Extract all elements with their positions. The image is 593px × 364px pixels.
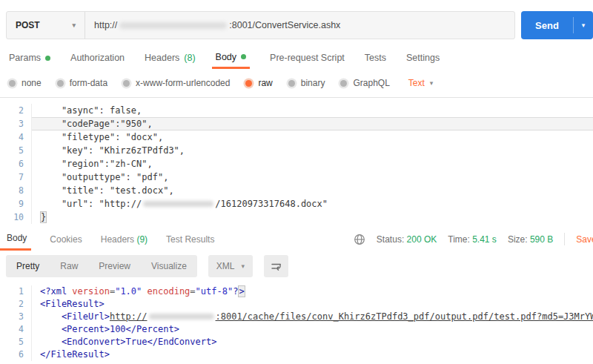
tab-headers[interactable]: Headers (8) (145, 47, 196, 69)
line-number: 4 (0, 130, 31, 144)
view-raw-label: Raw (60, 261, 78, 271)
code-line: 9 "url": "http:///16120973317648.docx" (0, 197, 593, 211)
code-line: 5 "key": "Khirz6zTPdfd3", (0, 144, 593, 157)
view-visualize-label: Visualize (151, 261, 187, 271)
code-segment: True (126, 337, 148, 347)
view-raw[interactable]: Raw (50, 255, 88, 277)
url-suffix: :8001/ConvertService.ashx (229, 20, 340, 30)
code-line: 1<?xml version="1.0" encoding="utf-8"?> (0, 285, 593, 298)
tab-params[interactable]: Params (9, 47, 50, 69)
code-line: 7 "outputtype": "pdf", (0, 171, 593, 184)
tab-tests-label: Tests (365, 53, 386, 63)
radio-icon (57, 80, 64, 87)
code-segment: "key": "Khirz6zTPdfd3", (40, 145, 185, 156)
line-number: 3 (0, 311, 31, 323)
line-number: 6 (0, 157, 31, 171)
tab-settings-label: Settings (406, 53, 440, 63)
status-badge: Status: 200 OK (377, 234, 437, 245)
view-preview[interactable]: Preview (88, 255, 141, 277)
response-tab-cookies-label: Cookies (50, 234, 82, 245)
tab-pre-request-script[interactable]: Pre-request Script (270, 47, 345, 69)
line-number: 8 (0, 184, 31, 197)
send-button[interactable]: Send ▾ (521, 11, 593, 39)
view-visualize[interactable]: Visualize (141, 255, 197, 277)
chevron-down-icon: ▾ (430, 79, 434, 87)
code-segment: <?xml (40, 286, 72, 297)
line-number: 2 (0, 104, 31, 117)
mode-binary-label: binary (301, 78, 325, 88)
tab-pre-request-label: Pre-request Script (270, 53, 345, 63)
line-number: 3 (0, 117, 31, 130)
wrap-text-button[interactable] (264, 255, 288, 277)
size-label: Size: (508, 234, 528, 245)
mode-graphql[interactable]: GraphQL (340, 78, 389, 88)
response-tab-body[interactable]: Body (0, 228, 31, 251)
raw-format-label: Text (408, 78, 425, 88)
mode-none[interactable]: none (9, 78, 42, 88)
url-input[interactable]: http:// :8001/ConvertService.ashx (85, 12, 514, 39)
tab-body-label: Body (216, 52, 237, 62)
chevron-down-icon: ▾ (72, 21, 76, 29)
response-format-label: XML (216, 261, 235, 271)
code-segment: "codePage":"950", (40, 119, 153, 129)
mode-binary[interactable]: binary (288, 78, 325, 88)
mode-form-data[interactable]: form-data (57, 78, 107, 88)
response-tab-body-label: Body (7, 233, 27, 243)
line-number: 1 (0, 285, 31, 298)
radio-selected-icon (245, 80, 252, 87)
request-body-editor[interactable]: 2 "async": false,3 "codePage":"950",4 "f… (0, 97, 593, 228)
globe-icon[interactable] (354, 234, 365, 245)
response-tab-test-results[interactable]: Test Results (166, 228, 214, 251)
response-tab-cookies[interactable]: Cookies (50, 228, 82, 251)
save-response-button[interactable]: Save Response (576, 234, 593, 245)
body-active-dot (241, 54, 246, 59)
code-line: 6</FileResult> (0, 348, 593, 361)
tab-headers-count: (8) (184, 53, 195, 63)
radio-icon (340, 80, 347, 87)
code-segment: version (72, 286, 110, 297)
method-dropdown[interactable]: POST ▾ (7, 12, 85, 39)
code-segment: "1.0" (115, 286, 142, 297)
time-value: 5.41 s (472, 234, 497, 245)
chevron-down-icon: ▾ (242, 262, 245, 270)
code-segment: http:// (110, 311, 148, 322)
code-segment: encoding (148, 286, 191, 297)
mode-raw[interactable]: raw (245, 78, 272, 88)
code-segment: } (40, 211, 47, 223)
tab-authorization[interactable]: Authorization (70, 47, 125, 69)
code-segment: "async": false, (40, 105, 142, 116)
response-format-dropdown[interactable]: XML ▾ (208, 255, 253, 277)
tab-body[interactable]: Body (212, 47, 251, 69)
line-number: 9 (0, 197, 31, 211)
mode-raw-label: raw (258, 78, 272, 88)
url-prefix: http:// (94, 20, 117, 30)
mode-none-label: none (21, 78, 42, 88)
tab-tests[interactable]: Tests (365, 47, 386, 69)
tab-settings[interactable]: Settings (406, 47, 440, 69)
send-options-chevron-icon[interactable]: ▾ (574, 11, 593, 39)
response-tab-headers[interactable]: Headers (9) (101, 228, 148, 251)
wrap-text-icon (270, 260, 282, 273)
response-header: Body Cookies Headers (9) Test Results St… (0, 228, 593, 251)
response-tab-headers-count: (9) (136, 234, 148, 245)
code-segment: 100 (110, 324, 126, 334)
line-number: 6 (0, 348, 31, 361)
request-url-row: POST ▾ http:// :8001/ConvertService.ashx… (6, 11, 593, 39)
tab-authorization-label: Authorization (70, 53, 125, 63)
redacted-text (149, 314, 214, 320)
response-tab-headers-label: Headers (101, 234, 134, 245)
line-number: 2 (0, 298, 31, 311)
mode-urlencoded[interactable]: x-www-form-urlencoded (123, 78, 230, 88)
code-line: 8 "title": "test.docx", (0, 184, 593, 197)
code-segment: "outputtype": "pdf", (40, 172, 168, 182)
time-badge: Time: 5.41 s (448, 234, 497, 245)
raw-format-dropdown[interactable]: Text ▾ (408, 78, 434, 88)
params-active-dot (45, 56, 50, 61)
code-segment: "utf-8" (196, 286, 233, 297)
code-segment: </EndConvert> (148, 337, 217, 347)
response-body-viewer[interactable]: 1<?xml version="1.0" encoding="utf-8"?>2… (0, 282, 593, 364)
code-segment: <FileUrl> (40, 311, 110, 322)
code-segment: /16120973317648.docx" (215, 199, 328, 209)
view-pretty[interactable]: Pretty (6, 255, 50, 277)
code-line: 4 <Percent>100</Percent> (0, 323, 593, 336)
